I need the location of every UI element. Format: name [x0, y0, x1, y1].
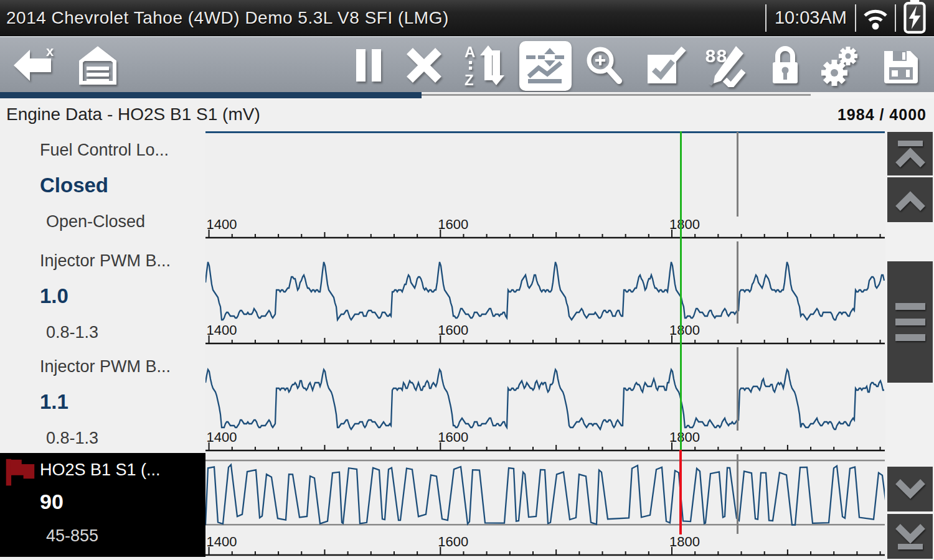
svg-text:x: x: [46, 45, 54, 59]
confirm-button[interactable]: [645, 42, 687, 88]
svg-text:A: A: [465, 44, 475, 60]
x-axis-injector-pwm-b1: 140016001800: [205, 324, 885, 347]
parameter-value: Closed: [40, 174, 205, 197]
title-bar: 2014 Chevrolet Tahoe (4WD) Demo 5.3L V8 …: [0, 0, 934, 36]
svg-text:1600: 1600: [438, 324, 468, 338]
svg-text:1800: 1800: [669, 534, 700, 549]
parameter-value: 1.0: [40, 284, 205, 308]
x-axis-fuel-control: 140016001800: [205, 217, 885, 241]
svg-text:1800: 1800: [669, 324, 700, 338]
graph-panel-injector-pwm-b1[interactable]: [205, 241, 885, 324]
wifi-icon: [861, 2, 890, 34]
main-area: Fuel Control Lo... Closed Open-Closed In…: [0, 131, 934, 560]
svg-text:Z: Z: [465, 72, 474, 88]
scroll-up-button[interactable]: [887, 177, 933, 222]
page-title: Engine Data - HO2S B1 S1 (mV): [6, 105, 260, 124]
progress-track-line: [422, 94, 811, 96]
clock: 10:03AM: [771, 7, 851, 28]
vehicle-title: 2014 Chevrolet Tahoe (4WD) Demo 5.3L V8 …: [6, 8, 449, 28]
divider: [855, 4, 856, 32]
ref-cursor-line[interactable]: [737, 132, 738, 217]
svg-text:1600: 1600: [438, 217, 468, 232]
parameter-range: Open-Closed: [46, 212, 205, 231]
data-cursor-line[interactable]: [680, 131, 682, 450]
scroll-to-bottom-button[interactable]: [887, 514, 933, 559]
settings-button[interactable]: [819, 42, 863, 88]
svg-text:1600: 1600: [438, 431, 468, 445]
back-button[interactable]: x: [11, 42, 59, 88]
graph-scrollbar: [886, 131, 934, 560]
parameter-name: Injector PWM B...: [40, 357, 205, 376]
graph-panel-injector-pwm-b2[interactable]: [205, 347, 885, 431]
ref-cursor-line[interactable]: [737, 454, 738, 534]
divider: [765, 4, 767, 32]
scroll-down-button[interactable]: [887, 467, 933, 511]
x-axis-injector-pwm-b2: 140016001800: [205, 431, 885, 454]
custom-data-list-button[interactable]: 88: [704, 42, 747, 88]
save-button[interactable]: [880, 42, 922, 88]
svg-text:1400: 1400: [207, 534, 237, 549]
close-button[interactable]: [403, 42, 445, 88]
svg-text:1600: 1600: [438, 534, 468, 549]
svg-text:1400: 1400: [207, 217, 237, 232]
parameter-row-injector-pwm-b2[interactable]: Injector PWM B... 1.1 0.8-1.3: [0, 347, 205, 454]
graph-panel-ho2s[interactable]: [205, 454, 885, 534]
ref-cursor-line[interactable]: [737, 241, 738, 324]
graph-panel-fuel-control[interactable]: [205, 131, 885, 217]
parameter-value: 90: [40, 490, 205, 514]
status-area: 10:03AM: [761, 0, 934, 35]
parameter-name: Fuel Control Lo...: [40, 141, 205, 160]
svg-text:1400: 1400: [207, 431, 237, 445]
parameter-list: Fuel Control Lo... Closed Open-Closed In…: [0, 131, 205, 560]
parameter-range: 45-855: [46, 526, 205, 546]
graph-area: 140016001800 140016001800 140016001800 1…: [205, 131, 885, 560]
sort-button[interactable]: A Z: [461, 42, 506, 88]
x-axis-ho2s: 140016001800: [205, 534, 885, 559]
parameter-row-injector-pwm-b1[interactable]: Injector PWM B... 1.0 0.8-1.3: [0, 241, 205, 347]
page-header: Engine Data - HO2S B1 S1 (mV) 1984 / 400…: [0, 98, 934, 131]
divider: [895, 4, 896, 32]
flag-icon: [4, 457, 36, 492]
parameter-row-fuel-control[interactable]: Fuel Control Lo... Closed Open-Closed: [0, 131, 205, 241]
svg-text:1400: 1400: [207, 324, 237, 338]
zoom-button[interactable]: [583, 42, 625, 88]
svg-text:1800: 1800: [669, 217, 700, 232]
frame-counter: 1984 / 4000: [837, 106, 928, 124]
toolbar: x A Z: [0, 36, 934, 92]
playback-progress: [0, 92, 934, 98]
selected-data-cursor-line[interactable]: [679, 450, 682, 534]
progress-bar-filled: [0, 92, 422, 98]
home-button[interactable]: [76, 42, 120, 88]
svg-text:1800: 1800: [669, 431, 700, 445]
parameter-range: 0.8-1.3: [46, 323, 205, 342]
scroll-to-top-button[interactable]: [887, 132, 933, 175]
parameter-range: 0.8-1.3: [46, 429, 205, 448]
parameter-name: Injector PWM B...: [40, 251, 205, 271]
battery-charging-icon: [900, 0, 929, 36]
graph-view-button[interactable]: [519, 41, 572, 91]
parameter-name: HO2S B1 S1 (...: [40, 460, 205, 480]
scrollbar-thumb[interactable]: [887, 261, 933, 383]
parameter-row-ho2s-selected[interactable]: HO2S B1 S1 (... 90 45-855: [0, 453, 205, 557]
ref-cursor-line[interactable]: [737, 347, 738, 431]
lock-button[interactable]: [770, 42, 801, 88]
pause-button[interactable]: [352, 42, 385, 88]
parameter-value: 1.1: [40, 390, 205, 414]
